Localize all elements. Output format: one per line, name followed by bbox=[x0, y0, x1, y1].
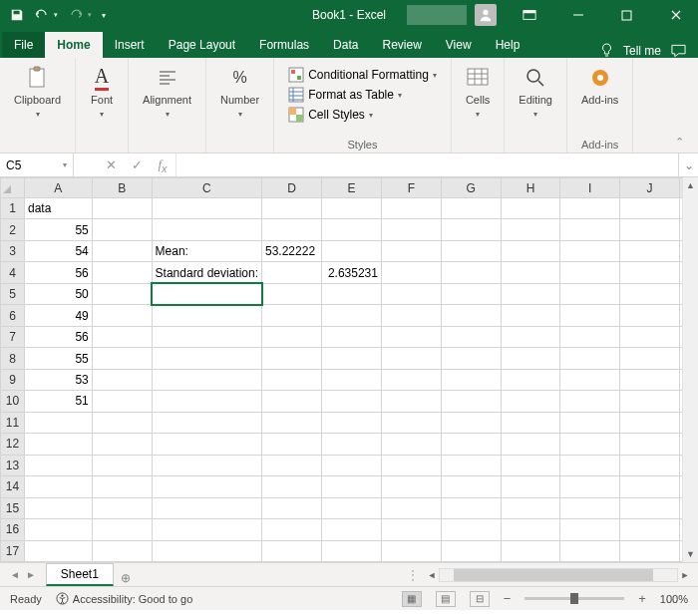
cell[interactable] bbox=[560, 434, 620, 455]
cell[interactable] bbox=[92, 326, 152, 347]
cell[interactable] bbox=[262, 262, 322, 283]
cell[interactable] bbox=[620, 326, 680, 347]
cell[interactable] bbox=[441, 519, 501, 540]
cell[interactable] bbox=[262, 455, 322, 475]
cell[interactable] bbox=[560, 348, 620, 369]
cell[interactable] bbox=[92, 240, 152, 261]
cell[interactable] bbox=[321, 198, 381, 219]
cell[interactable] bbox=[501, 305, 560, 326]
new-sheet-icon[interactable]: ⊕ bbox=[114, 570, 138, 586]
cell[interactable] bbox=[262, 369, 322, 390]
cell[interactable] bbox=[560, 412, 620, 433]
cell[interactable] bbox=[262, 391, 322, 412]
tab-insert[interactable]: Insert bbox=[103, 32, 157, 58]
cell[interactable] bbox=[560, 391, 620, 412]
cell[interactable] bbox=[152, 369, 261, 390]
tab-formulas[interactable]: Formulas bbox=[247, 32, 321, 58]
cell[interactable] bbox=[620, 305, 680, 326]
cell[interactable] bbox=[381, 519, 441, 540]
row-header[interactable]: 16 bbox=[1, 519, 25, 540]
cell[interactable]: 56 bbox=[24, 326, 92, 347]
cell[interactable] bbox=[321, 455, 381, 475]
col-header[interactable]: B bbox=[92, 178, 152, 198]
cell[interactable] bbox=[560, 519, 620, 540]
clipboard-button[interactable]: Clipboard▾ bbox=[10, 64, 65, 123]
cell[interactable] bbox=[152, 476, 261, 497]
cell[interactable] bbox=[560, 305, 620, 326]
cell[interactable] bbox=[262, 540, 322, 562]
cell-styles-button[interactable]: Cell Styles ▾ bbox=[284, 106, 441, 124]
cell[interactable] bbox=[321, 391, 381, 412]
cell[interactable] bbox=[620, 198, 680, 219]
tab-view[interactable]: View bbox=[434, 32, 484, 58]
tab-review[interactable]: Review bbox=[370, 32, 433, 58]
cell[interactable] bbox=[92, 540, 152, 562]
cell[interactable] bbox=[92, 198, 152, 219]
cell[interactable] bbox=[441, 326, 501, 347]
cell[interactable] bbox=[501, 455, 560, 475]
cells-button[interactable]: Cells▾ bbox=[462, 64, 494, 123]
cell[interactable] bbox=[381, 455, 441, 475]
fx-icon[interactable]: fx bbox=[150, 154, 175, 176]
row-header[interactable]: 7 bbox=[1, 326, 25, 347]
cell[interactable] bbox=[501, 434, 560, 455]
cell[interactable] bbox=[441, 540, 501, 562]
cell[interactable] bbox=[381, 434, 441, 455]
cell[interactable] bbox=[381, 497, 441, 518]
cell[interactable] bbox=[620, 240, 680, 261]
cell[interactable] bbox=[620, 455, 680, 475]
zoom-in-icon[interactable]: + bbox=[638, 591, 646, 606]
tab-file[interactable]: File bbox=[2, 32, 45, 58]
cell[interactable] bbox=[560, 262, 620, 283]
tab-page-layout[interactable]: Page Layout bbox=[157, 32, 247, 58]
cell[interactable] bbox=[620, 348, 680, 369]
page-layout-view-icon[interactable]: ▤ bbox=[436, 591, 456, 607]
cell[interactable] bbox=[92, 219, 152, 240]
cell[interactable] bbox=[560, 455, 620, 475]
expand-formula-icon[interactable]: ⌄ bbox=[678, 154, 698, 176]
maximize-button[interactable] bbox=[604, 0, 649, 30]
cell[interactable] bbox=[381, 369, 441, 390]
cell[interactable]: 55 bbox=[24, 219, 92, 240]
cell[interactable] bbox=[620, 434, 680, 455]
cell[interactable] bbox=[501, 283, 560, 304]
cell[interactable] bbox=[381, 412, 441, 433]
cell[interactable] bbox=[501, 348, 560, 369]
cell[interactable] bbox=[560, 219, 620, 240]
cell[interactable] bbox=[262, 476, 322, 497]
cell[interactable] bbox=[92, 412, 152, 433]
cell[interactable]: 54 bbox=[24, 240, 92, 261]
cell[interactable] bbox=[92, 283, 152, 304]
cell[interactable]: 49 bbox=[24, 305, 92, 326]
cell[interactable] bbox=[620, 369, 680, 390]
row-header[interactable]: 9 bbox=[1, 369, 25, 390]
cell[interactable]: 2.635231 bbox=[321, 262, 381, 283]
row-header[interactable]: 17 bbox=[1, 540, 25, 562]
cell[interactable] bbox=[441, 455, 501, 475]
font-button[interactable]: A Font▾ bbox=[86, 64, 118, 123]
cell[interactable] bbox=[24, 455, 92, 475]
user-avatar-icon[interactable] bbox=[475, 4, 497, 26]
cell[interactable] bbox=[381, 348, 441, 369]
cell[interactable] bbox=[24, 540, 92, 562]
cell[interactable] bbox=[321, 369, 381, 390]
row-header[interactable]: 2 bbox=[1, 219, 25, 240]
cell[interactable] bbox=[441, 369, 501, 390]
page-break-view-icon[interactable]: ⊟ bbox=[470, 591, 490, 607]
tell-me[interactable]: Tell me bbox=[623, 44, 661, 58]
cell[interactable] bbox=[152, 348, 261, 369]
sheet-prev-icon[interactable]: ◄ bbox=[10, 569, 20, 580]
cell[interactable] bbox=[321, 476, 381, 497]
col-header[interactable]: D bbox=[262, 178, 322, 198]
cell[interactable] bbox=[262, 326, 322, 347]
alignment-button[interactable]: Alignment▾ bbox=[139, 64, 195, 123]
row-header[interactable]: 5 bbox=[1, 283, 25, 304]
cell[interactable] bbox=[560, 540, 620, 562]
cell[interactable] bbox=[321, 540, 381, 562]
qat-customize-icon[interactable]: ▾ bbox=[102, 11, 106, 20]
cell[interactable] bbox=[24, 519, 92, 540]
cell[interactable] bbox=[262, 348, 322, 369]
cell[interactable] bbox=[321, 434, 381, 455]
cell[interactable] bbox=[381, 391, 441, 412]
cell[interactable] bbox=[321, 412, 381, 433]
